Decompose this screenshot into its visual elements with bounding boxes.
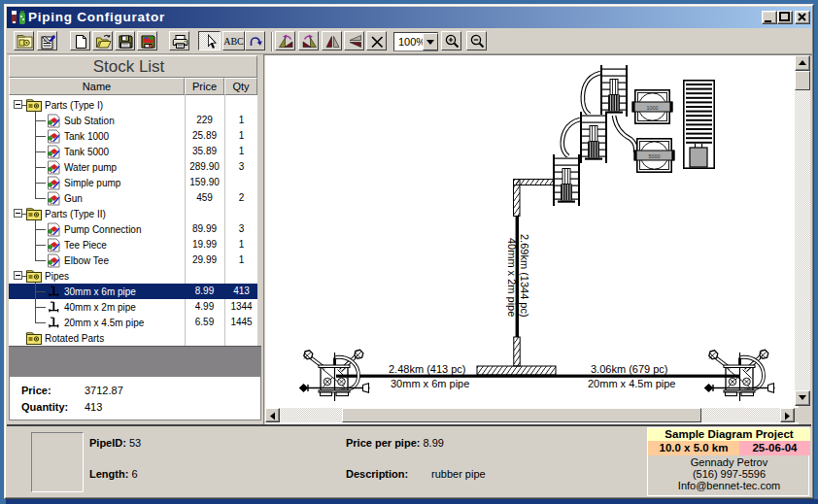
svg-text:1000: 1000 xyxy=(647,105,659,111)
svg-text:30mm x 6m pipe: 30mm x 6m pipe xyxy=(391,378,469,389)
svg-text:3.06km (679 pc): 3.06km (679 pc) xyxy=(591,363,667,375)
svg-text:2.48km (413 pc): 2.48km (413 pc) xyxy=(389,363,465,375)
svg-text:40mm x 2m pipe: 40mm x 2m pipe xyxy=(506,238,518,317)
svg-text:20mm x 4.5m pipe: 20mm x 4.5m pipe xyxy=(588,378,675,389)
svg-text:2.69km (1344 pc): 2.69km (1344 pc) xyxy=(519,234,530,318)
svg-text:5000: 5000 xyxy=(649,153,661,159)
